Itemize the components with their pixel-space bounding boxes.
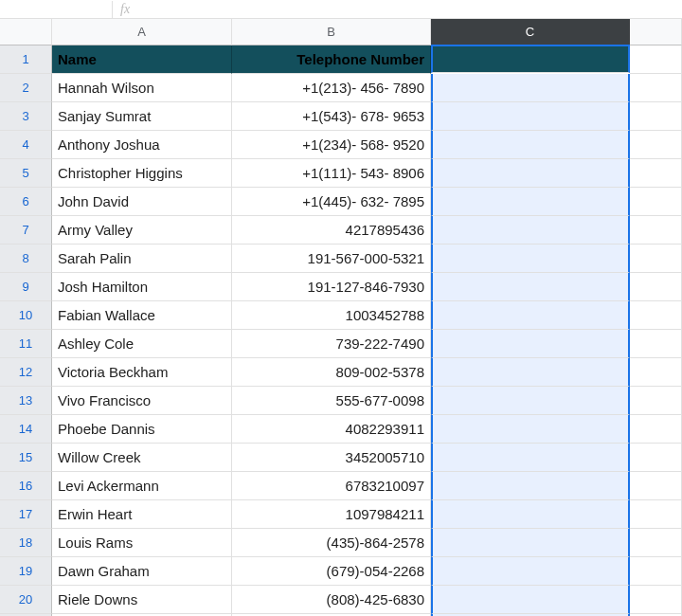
row-head-1[interactable]: 1 xyxy=(0,45,52,74)
cell-c4[interactable] xyxy=(431,131,630,159)
cell-c10[interactable] xyxy=(431,301,630,330)
cell-c15[interactable] xyxy=(431,444,630,472)
spreadsheet-grid[interactable]: A B C 1 Name Telephone Number 2Hannah Wi… xyxy=(0,19,682,616)
cell-c7[interactable] xyxy=(431,216,630,245)
row-head-12[interactable]: 12 xyxy=(0,358,52,387)
cell-c16[interactable] xyxy=(431,472,630,500)
cell-b1[interactable]: Telephone Number xyxy=(232,45,431,74)
cell-b3[interactable]: +1(543)- 678- 9653 xyxy=(232,102,431,131)
row-head-14[interactable]: 14 xyxy=(0,415,52,444)
cell-d14[interactable] xyxy=(630,415,682,444)
cell-b13[interactable]: 555-677-0098 xyxy=(232,387,431,415)
cell-c11[interactable] xyxy=(431,330,630,358)
row-head-15[interactable]: 15 xyxy=(0,444,52,472)
cell-c17[interactable] xyxy=(431,500,630,529)
cell-d2[interactable] xyxy=(630,74,682,102)
col-head-b[interactable]: B xyxy=(232,19,431,45)
cell-c14[interactable] xyxy=(431,415,630,444)
row-head-7[interactable]: 7 xyxy=(0,216,52,245)
cell-a19[interactable]: Dawn Graham xyxy=(52,557,232,586)
row-head-4[interactable]: 4 xyxy=(0,131,52,159)
cell-b11[interactable]: 739-222-7490 xyxy=(232,330,431,358)
cell-a6[interactable]: John David xyxy=(52,188,232,216)
cell-c3[interactable] xyxy=(431,102,630,131)
cell-d1[interactable] xyxy=(630,45,682,74)
cell-b12[interactable]: 809-002-5378 xyxy=(232,358,431,387)
row-head-10[interactable]: 10 xyxy=(0,301,52,330)
cell-a14[interactable]: Phoebe Dannis xyxy=(52,415,232,444)
cell-a1[interactable]: Name xyxy=(52,45,232,74)
cell-b2[interactable]: +1(213)- 456- 7890 xyxy=(232,74,431,102)
cell-c5[interactable] xyxy=(431,159,630,188)
cell-b10[interactable]: 1003452788 xyxy=(232,301,431,330)
row-head-17[interactable]: 17 xyxy=(0,500,52,529)
col-head-c[interactable]: C xyxy=(431,19,630,45)
cell-d17[interactable] xyxy=(630,500,682,529)
cell-a2[interactable]: Hannah Wilson xyxy=(52,74,232,102)
cell-a10[interactable]: Fabian Wallace xyxy=(52,301,232,330)
cell-a5[interactable]: Christopher Higgins xyxy=(52,159,232,188)
cell-d18[interactable] xyxy=(630,529,682,557)
col-head-d[interactable] xyxy=(630,19,682,45)
cell-a3[interactable]: Sanjay Sumrat xyxy=(52,102,232,131)
cell-b14[interactable]: 4082293911 xyxy=(232,415,431,444)
cell-b7[interactable]: 4217895436 xyxy=(232,216,431,245)
cell-c8[interactable] xyxy=(431,245,630,273)
cell-d9[interactable] xyxy=(630,273,682,301)
cell-c12[interactable] xyxy=(431,358,630,387)
row-head-13[interactable]: 13 xyxy=(0,387,52,415)
cell-a18[interactable]: Louis Rams xyxy=(52,529,232,557)
cell-d12[interactable] xyxy=(630,358,682,387)
row-head-11[interactable]: 11 xyxy=(0,330,52,358)
row-head-18[interactable]: 18 xyxy=(0,529,52,557)
cell-c2[interactable] xyxy=(431,74,630,102)
row-head-9[interactable]: 9 xyxy=(0,273,52,301)
cell-a7[interactable]: Army Valley xyxy=(52,216,232,245)
cell-c19[interactable] xyxy=(431,557,630,586)
cell-d3[interactable] xyxy=(630,102,682,131)
cell-a13[interactable]: Vivo Francisco xyxy=(52,387,232,415)
cell-c18[interactable] xyxy=(431,529,630,557)
row-head-8[interactable]: 8 xyxy=(0,245,52,273)
cell-c6[interactable] xyxy=(431,188,630,216)
cell-c1[interactable] xyxy=(431,45,630,73)
row-head-5[interactable]: 5 xyxy=(0,159,52,188)
cell-c13[interactable] xyxy=(431,387,630,415)
cell-a15[interactable]: Willow Creek xyxy=(52,444,232,472)
cell-b5[interactable]: +1(111)- 543- 8906 xyxy=(232,159,431,188)
cell-b9[interactable]: 191-127-846-7930 xyxy=(232,273,431,301)
row-head-6[interactable]: 6 xyxy=(0,188,52,216)
cell-b6[interactable]: +1(445)- 632- 7895 xyxy=(232,188,431,216)
select-all-corner[interactable] xyxy=(0,19,52,45)
cell-b17[interactable]: 1097984211 xyxy=(232,500,431,529)
cell-d8[interactable] xyxy=(630,245,682,273)
cell-d7[interactable] xyxy=(630,216,682,245)
row-head-3[interactable]: 3 xyxy=(0,102,52,131)
cell-d4[interactable] xyxy=(630,131,682,159)
cell-b19[interactable]: (679)-054-2268 xyxy=(232,557,431,586)
cell-a16[interactable]: Levi Ackermann xyxy=(52,472,232,500)
row-head-20[interactable]: 20 xyxy=(0,586,52,614)
cell-c20[interactable] xyxy=(431,586,630,614)
cell-b18[interactable]: (435)-864-2578 xyxy=(232,529,431,557)
cell-d5[interactable] xyxy=(630,159,682,188)
cell-c9[interactable] xyxy=(431,273,630,301)
cell-d20[interactable] xyxy=(630,586,682,614)
cell-d19[interactable] xyxy=(630,557,682,586)
cell-d13[interactable] xyxy=(630,387,682,415)
cell-a20[interactable]: Riele Downs xyxy=(52,586,232,614)
cell-d6[interactable] xyxy=(630,188,682,216)
cell-b4[interactable]: +1(234)- 568- 9520 xyxy=(232,131,431,159)
cell-d16[interactable] xyxy=(630,472,682,500)
cell-a17[interactable]: Erwin Heart xyxy=(52,500,232,529)
formula-bar[interactable]: fx xyxy=(0,0,682,19)
row-head-2[interactable]: 2 xyxy=(0,74,52,102)
col-head-a[interactable]: A xyxy=(52,19,232,45)
cell-b8[interactable]: 191-567-000-5321 xyxy=(232,245,431,273)
cell-d15[interactable] xyxy=(630,444,682,472)
cell-a4[interactable]: Anthony Joshua xyxy=(52,131,232,159)
row-head-16[interactable]: 16 xyxy=(0,472,52,500)
cell-a11[interactable]: Ashley Cole xyxy=(52,330,232,358)
cell-a9[interactable]: Josh Hamilton xyxy=(52,273,232,301)
cell-a12[interactable]: Victoria Beckham xyxy=(52,358,232,387)
